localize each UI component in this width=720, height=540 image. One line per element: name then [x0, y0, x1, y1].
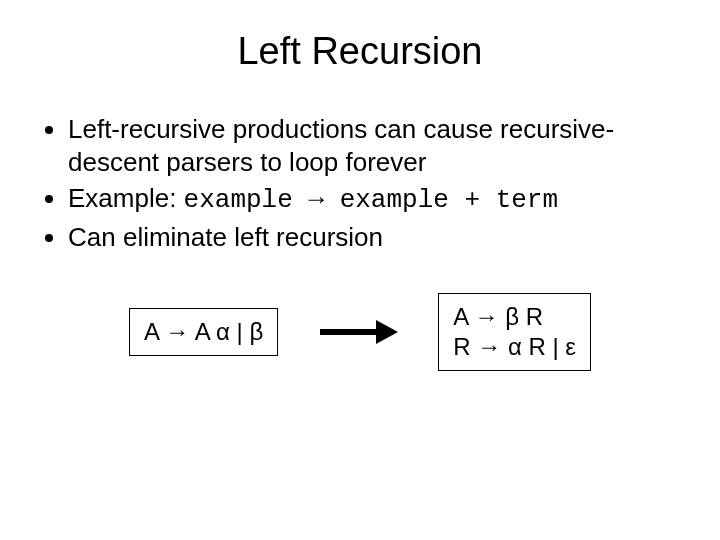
- code-snippet: example → example + term: [184, 185, 558, 215]
- bullet-list: Left-recursive productions can cause rec…: [40, 113, 680, 253]
- slide: Left Recursion Left-recursive production…: [0, 0, 720, 540]
- transformation-row: A → A α | β A → β R R → α R | ε: [40, 293, 680, 371]
- bullet-item: Example: example → example + term: [68, 182, 680, 217]
- svg-marker-1: [376, 320, 398, 344]
- bullet-text: Example:: [68, 183, 184, 213]
- slide-title: Left Recursion: [40, 30, 680, 73]
- arrow-icon: [318, 318, 398, 346]
- bullet-item: Can eliminate left recursion: [68, 221, 680, 254]
- bullet-item: Left-recursive productions can cause rec…: [68, 113, 680, 178]
- grammar-box-right: A → β R R → α R | ε: [438, 293, 591, 371]
- grammar-box-left: A → A α | β: [129, 308, 278, 356]
